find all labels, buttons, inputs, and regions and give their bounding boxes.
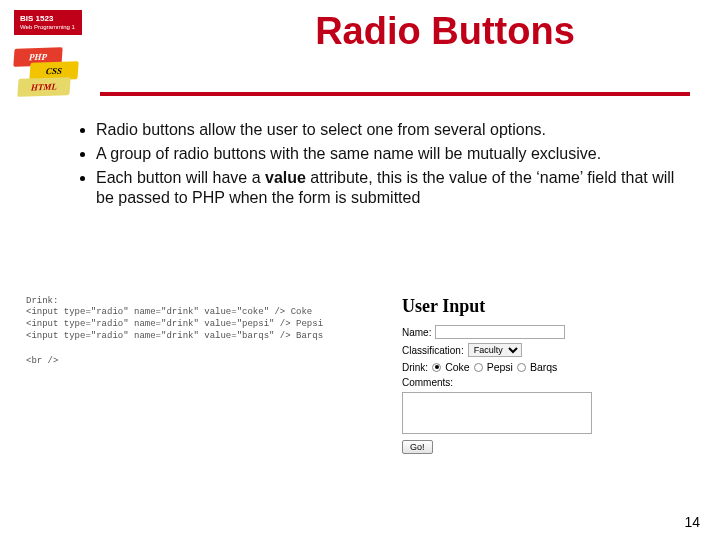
name-input[interactable] xyxy=(435,325,565,339)
bullet-1: Radio buttons allow the user to select o… xyxy=(96,120,690,140)
bullet-2: A group of radio buttons with the same n… xyxy=(96,144,690,164)
radio-barqs-label: Barqs xyxy=(530,361,557,373)
comments-label: Comments: xyxy=(402,377,453,388)
slide-title: Radio Buttons xyxy=(200,10,690,53)
radio-barqs[interactable] xyxy=(517,363,526,372)
drink-label: Drink: xyxy=(402,362,428,373)
page-number: 14 xyxy=(684,514,700,530)
code-example-panel: Drink: <input type="radio" name="drink" … xyxy=(20,290,370,464)
radio-coke-label: Coke xyxy=(445,361,470,373)
course-name: Web Programming 1 xyxy=(20,24,76,31)
radio-coke[interactable] xyxy=(432,363,441,372)
form-preview-panel: User Input Name: Classification: Faculty… xyxy=(396,290,686,464)
comments-textarea[interactable] xyxy=(402,392,592,434)
bullet-3: Each button will have a value attribute,… xyxy=(96,168,690,208)
code-block: <input type="radio" name="drink" value="… xyxy=(26,306,364,367)
brick-html-icon: HTML xyxy=(17,77,70,97)
submit-button[interactable]: Go! xyxy=(402,440,433,454)
classification-label: Classification: xyxy=(402,345,464,356)
code-label: Drink: xyxy=(26,296,364,306)
classification-select[interactable]: Faculty xyxy=(468,343,522,357)
course-code: BIS 1523 xyxy=(20,14,53,23)
radio-pepsi[interactable] xyxy=(474,363,483,372)
name-label: Name: xyxy=(402,327,431,338)
content-area: Radio buttons allow the user to select o… xyxy=(78,120,690,212)
radio-pepsi-label: Pepsi xyxy=(487,361,513,373)
form-title: User Input xyxy=(402,296,680,317)
course-badge: BIS 1523 Web Programming 1 xyxy=(14,10,82,35)
lego-logo: PHP CSS HTML xyxy=(10,48,80,103)
title-divider xyxy=(100,92,690,96)
